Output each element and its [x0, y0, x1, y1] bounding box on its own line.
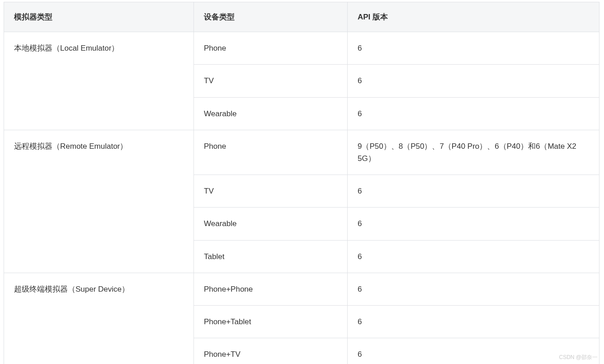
cell-api: 9（P50）、8（P50）、7（P40 Pro）、6（P40）和6（Mate X…: [348, 130, 599, 175]
cell-device: Phone+Phone: [194, 273, 348, 305]
cell-api: 6: [348, 32, 599, 65]
cell-emulator: 远程模拟器（Remote Emulator）: [4, 130, 194, 273]
watermark-text: CSDN @邵奈一: [559, 354, 598, 361]
header-emulator-type: 模拟器类型: [4, 2, 194, 32]
cell-api: 6: [348, 208, 599, 240]
table-row: 远程模拟器（Remote Emulator） Phone 9（P50）、8（P5…: [4, 130, 599, 175]
cell-device: Phone+TV: [194, 338, 348, 364]
cell-api: 6: [348, 305, 599, 338]
cell-device: Tablet: [194, 240, 348, 273]
cell-device: TV: [194, 65, 348, 97]
cell-device: Wearable: [194, 208, 348, 240]
cell-api: 6: [348, 273, 599, 305]
header-api-version: API 版本: [348, 2, 599, 32]
cell-device: Phone+Tablet: [194, 305, 348, 338]
cell-api: 6: [348, 65, 599, 97]
table-header-row: 模拟器类型 设备类型 API 版本: [4, 2, 599, 32]
emulator-table: 模拟器类型 设备类型 API 版本 本地模拟器（Local Emulator） …: [4, 2, 599, 364]
cell-api: 6: [348, 240, 599, 273]
cell-device: Wearable: [194, 97, 348, 130]
table-row: 超级终端模拟器（Super Device） Phone+Phone 6: [4, 273, 599, 305]
cell-api: 6: [348, 175, 599, 208]
header-device-type: 设备类型: [194, 2, 348, 32]
cell-emulator: 超级终端模拟器（Super Device）: [4, 273, 194, 364]
table-row: 本地模拟器（Local Emulator） Phone 6: [4, 32, 599, 65]
cell-device: TV: [194, 175, 348, 208]
cell-api: 6: [348, 97, 599, 130]
cell-device: Phone: [194, 32, 348, 65]
cell-emulator: 本地模拟器（Local Emulator）: [4, 32, 194, 130]
cell-device: Phone: [194, 130, 348, 175]
